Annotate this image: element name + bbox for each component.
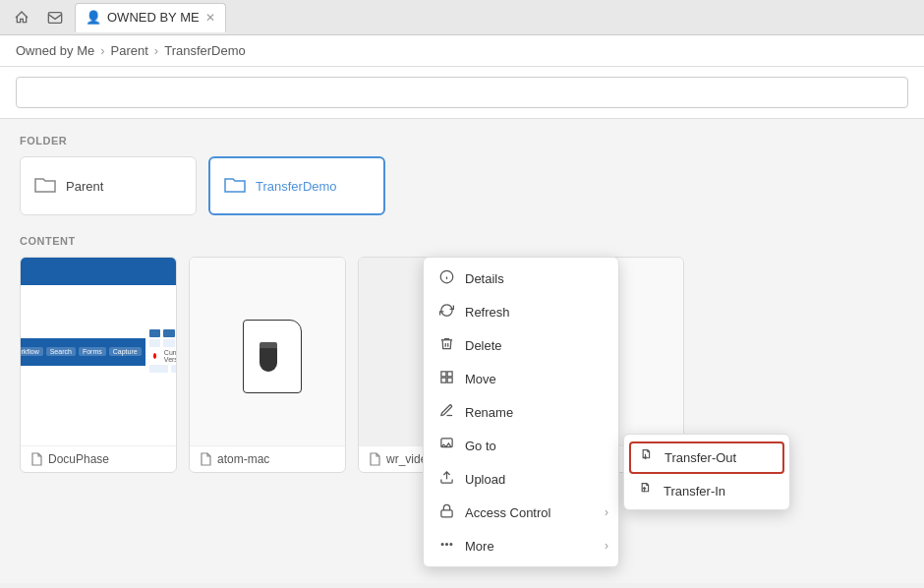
breadcrumb: Owned by Me › Parent › TransferDemo (0, 35, 924, 67)
owned-by-me-tab[interactable]: 👤 OWNED BY ME ✕ (75, 3, 226, 32)
folder-items-grid: Parent TransferDemo (20, 156, 904, 215)
menu-label-access-control: Access Control (465, 505, 550, 520)
menu-label-upload: Upload (465, 472, 505, 487)
breadcrumb-item-0[interactable]: Owned by Me (16, 43, 94, 58)
menu-item-move[interactable]: Move (424, 362, 618, 395)
menu-label-goto: Go to (465, 439, 496, 453)
svg-point-13 (449, 544, 451, 546)
svg-rect-7 (447, 378, 452, 382)
breadcrumb-sep-1: › (154, 43, 158, 58)
mail-tab-icon[interactable] (41, 4, 69, 31)
menu-label-refresh: Refresh (465, 305, 510, 320)
menu-item-goto[interactable]: Go to (424, 429, 618, 462)
move-icon (437, 370, 455, 387)
svg-rect-5 (447, 372, 452, 377)
content-name-atom-mac: atom-mac (217, 452, 269, 466)
upload-icon (437, 470, 455, 488)
folder-icon-transferdemo (224, 175, 246, 198)
menu-label-delete: Delete (465, 338, 502, 353)
tab-person-icon: 👤 (86, 10, 101, 25)
svg-point-11 (441, 544, 443, 546)
submenu-item-transfer-in[interactable]: Transfer-In (624, 477, 789, 505)
folder-icon-parent (34, 175, 56, 198)
transfer-out-icon (641, 449, 657, 466)
atom-mac-name-row: atom-mac (190, 445, 345, 472)
breadcrumb-item-1[interactable]: Parent (111, 43, 148, 58)
tab-bar: 👤 OWNED BY ME ✕ (0, 0, 924, 35)
menu-label-rename: Rename (465, 405, 513, 420)
search-input[interactable] (16, 77, 908, 108)
menu-label-move: Move (465, 372, 496, 386)
rename-icon (437, 403, 455, 421)
menu-item-delete[interactable]: Delete (424, 328, 618, 362)
folder-name-parent: Parent (66, 179, 103, 194)
submenu-label-transfer-in: Transfer-In (664, 484, 725, 499)
tab-close-button[interactable]: ✕ (205, 11, 215, 25)
submenu-item-transfer-out[interactable]: Transfer-Out (629, 441, 784, 474)
menu-item-details[interactable]: Details (424, 262, 618, 295)
file-icon-wr-video (369, 452, 380, 466)
folder-section-label: FOLDER (20, 135, 904, 147)
docuphase-thumb: Workflow Search Forms Capture (21, 258, 176, 445)
submenu-label-transfer-out: Transfer-Out (664, 450, 736, 465)
breadcrumb-item-2[interactable]: TransferDemo (164, 43, 246, 58)
info-icon (437, 269, 455, 287)
trash-icon (437, 336, 455, 354)
svg-rect-0 (48, 12, 61, 23)
access-control-arrow-icon: › (605, 505, 608, 519)
submenu: Transfer-Out Transfer-In (623, 434, 790, 510)
svg-point-12 (445, 544, 447, 546)
file-icon-docuphase (30, 452, 42, 466)
atom-mac-thumb (190, 258, 345, 445)
menu-item-rename[interactable]: Rename (424, 395, 618, 429)
menu-label-details: Details (465, 271, 504, 286)
menu-item-refresh[interactable]: Refresh (424, 295, 618, 328)
content-section-label: CONTENT (20, 235, 904, 247)
more-arrow-icon: › (605, 539, 608, 553)
menu-item-access-control[interactable]: Access Control › (424, 496, 618, 529)
content-item-atom-mac[interactable]: atom-mac (189, 257, 346, 473)
more-icon (437, 537, 455, 555)
menu-label-more: More (465, 539, 494, 554)
search-area (0, 67, 924, 119)
svg-rect-6 (440, 378, 445, 382)
folder-name-transferdemo: TransferDemo (256, 179, 337, 194)
folder-item-transferdemo[interactable]: TransferDemo (208, 156, 385, 215)
file-icon-atom-mac (200, 452, 211, 466)
transfer-in-icon (640, 483, 656, 500)
menu-item-upload[interactable]: Upload (424, 462, 618, 496)
content-name-docuphase: DocuPhase (48, 452, 109, 466)
context-menu: Details Refresh Delete (423, 257, 619, 567)
content-item-docuphase[interactable]: Workflow Search Forms Capture (20, 257, 177, 473)
docuphase-name-row: DocuPhase (21, 445, 176, 472)
tab-label: OWNED BY ME (107, 10, 200, 25)
menu-item-more[interactable]: More › (424, 529, 618, 562)
breadcrumb-sep-0: › (100, 43, 104, 58)
svg-rect-10 (440, 510, 451, 517)
svg-rect-4 (440, 372, 445, 377)
home-tab-icon[interactable] (8, 4, 35, 31)
main-content: FOLDER Parent TransferDemo CONTENT (0, 119, 924, 583)
lock-icon (437, 503, 455, 521)
goto-icon (437, 437, 455, 454)
folder-item-parent[interactable]: Parent (20, 156, 197, 215)
refresh-icon (437, 303, 455, 321)
